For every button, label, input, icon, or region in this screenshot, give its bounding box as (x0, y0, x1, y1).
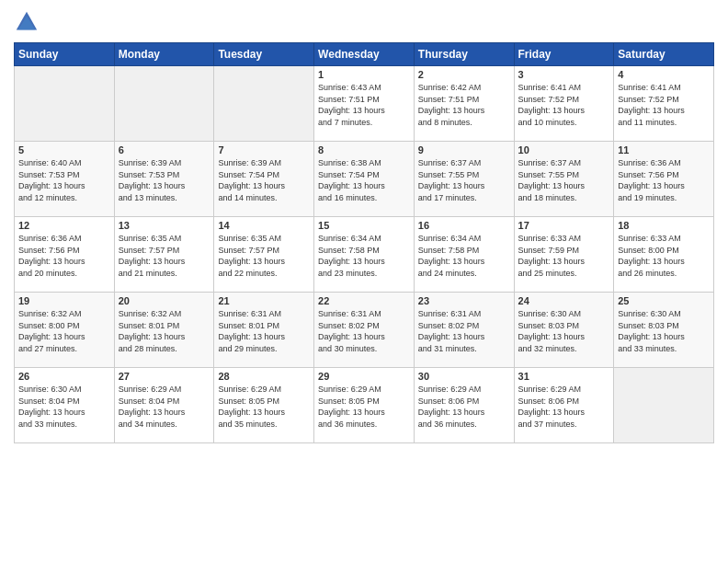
day-number: 25 (618, 295, 710, 306)
calendar-cell: 9Sunrise: 6:37 AM Sunset: 7:55 PM Daylig… (414, 142, 514, 217)
weekday-header-tuesday: Tuesday (214, 43, 314, 66)
day-number: 8 (318, 144, 410, 155)
calendar-cell: 16Sunrise: 6:34 AM Sunset: 7:58 PM Dayli… (414, 217, 514, 293)
week-row-4: 19Sunrise: 6:32 AM Sunset: 8:00 PM Dayli… (15, 293, 714, 368)
day-number: 31 (518, 371, 610, 382)
calendar-cell (114, 66, 214, 142)
day-number: 20 (119, 295, 210, 306)
cell-info: Sunrise: 6:37 AM Sunset: 7:55 PM Dayligh… (418, 157, 510, 203)
calendar-cell (614, 368, 714, 443)
cell-info: Sunrise: 6:33 AM Sunset: 7:59 PM Dayligh… (518, 233, 610, 279)
calendar-cell: 25Sunrise: 6:30 AM Sunset: 8:03 PM Dayli… (614, 293, 714, 368)
cell-info: Sunrise: 6:42 AM Sunset: 7:51 PM Dayligh… (418, 82, 510, 128)
day-number: 14 (218, 220, 310, 231)
calendar-cell: 7Sunrise: 6:39 AM Sunset: 7:54 PM Daylig… (214, 142, 314, 217)
calendar-cell: 15Sunrise: 6:34 AM Sunset: 7:58 PM Dayli… (314, 217, 415, 293)
calendar-cell: 1Sunrise: 6:43 AM Sunset: 7:51 PM Daylig… (314, 66, 415, 142)
cell-info: Sunrise: 6:33 AM Sunset: 8:00 PM Dayligh… (618, 233, 710, 279)
cell-info: Sunrise: 6:35 AM Sunset: 7:57 PM Dayligh… (218, 233, 310, 279)
calendar-cell: 18Sunrise: 6:33 AM Sunset: 8:00 PM Dayli… (614, 217, 714, 293)
cell-info: Sunrise: 6:37 AM Sunset: 7:55 PM Dayligh… (518, 157, 610, 203)
calendar-cell: 4Sunrise: 6:41 AM Sunset: 7:52 PM Daylig… (614, 66, 714, 142)
day-number: 23 (418, 295, 510, 306)
calendar-cell (15, 66, 115, 142)
calendar-cell: 8Sunrise: 6:38 AM Sunset: 7:54 PM Daylig… (314, 142, 415, 217)
calendar-table: SundayMondayTuesdayWednesdayThursdayFrid… (14, 42, 714, 443)
day-number: 24 (518, 295, 610, 306)
day-number: 11 (618, 144, 710, 155)
calendar-cell: 19Sunrise: 6:32 AM Sunset: 8:00 PM Dayli… (15, 293, 115, 368)
cell-info: Sunrise: 6:36 AM Sunset: 7:56 PM Dayligh… (618, 157, 710, 203)
logo-icon (14, 9, 40, 35)
calendar-cell: 6Sunrise: 6:39 AM Sunset: 7:53 PM Daylig… (114, 142, 214, 217)
cell-info: Sunrise: 6:40 AM Sunset: 7:53 PM Dayligh… (18, 157, 110, 203)
calendar-cell: 22Sunrise: 6:31 AM Sunset: 8:02 PM Dayli… (314, 293, 415, 368)
week-row-2: 5Sunrise: 6:40 AM Sunset: 7:53 PM Daylig… (15, 142, 714, 217)
calendar-cell: 3Sunrise: 6:41 AM Sunset: 7:52 PM Daylig… (514, 66, 614, 142)
calendar-cell: 2Sunrise: 6:42 AM Sunset: 7:51 PM Daylig… (414, 66, 514, 142)
day-number: 15 (318, 220, 410, 231)
week-row-5: 26Sunrise: 6:30 AM Sunset: 8:04 PM Dayli… (15, 368, 714, 443)
weekday-header-saturday: Saturday (614, 43, 714, 66)
weekday-header-sunday: Sunday (15, 43, 115, 66)
day-number: 10 (518, 144, 610, 155)
day-number: 9 (418, 144, 510, 155)
cell-info: Sunrise: 6:36 AM Sunset: 7:56 PM Dayligh… (18, 233, 110, 279)
day-number: 6 (119, 144, 210, 155)
day-number: 26 (18, 371, 110, 382)
day-number: 3 (518, 69, 610, 80)
cell-info: Sunrise: 6:39 AM Sunset: 7:54 PM Dayligh… (218, 157, 310, 203)
weekday-header-row: SundayMondayTuesdayWednesdayThursdayFrid… (15, 43, 714, 66)
calendar-cell: 31Sunrise: 6:29 AM Sunset: 8:06 PM Dayli… (514, 368, 614, 443)
calendar-cell: 21Sunrise: 6:31 AM Sunset: 8:01 PM Dayli… (214, 293, 314, 368)
calendar-cell: 13Sunrise: 6:35 AM Sunset: 7:57 PM Dayli… (114, 217, 214, 293)
day-number: 28 (218, 371, 310, 382)
logo (14, 9, 43, 35)
calendar-cell: 14Sunrise: 6:35 AM Sunset: 7:57 PM Dayli… (214, 217, 314, 293)
calendar-cell (214, 66, 314, 142)
cell-info: Sunrise: 6:34 AM Sunset: 7:58 PM Dayligh… (318, 233, 410, 279)
day-number: 27 (119, 371, 210, 382)
calendar-cell: 28Sunrise: 6:29 AM Sunset: 8:05 PM Dayli… (214, 368, 314, 443)
cell-info: Sunrise: 6:29 AM Sunset: 8:04 PM Dayligh… (119, 384, 210, 430)
calendar-cell: 24Sunrise: 6:30 AM Sunset: 8:03 PM Dayli… (514, 293, 614, 368)
day-number: 7 (218, 144, 310, 155)
day-number: 12 (18, 220, 110, 231)
week-row-1: 1Sunrise: 6:43 AM Sunset: 7:51 PM Daylig… (15, 66, 714, 142)
cell-info: Sunrise: 6:34 AM Sunset: 7:58 PM Dayligh… (418, 233, 510, 279)
calendar-cell: 26Sunrise: 6:30 AM Sunset: 8:04 PM Dayli… (15, 368, 115, 443)
cell-info: Sunrise: 6:32 AM Sunset: 8:01 PM Dayligh… (119, 308, 210, 354)
cell-info: Sunrise: 6:38 AM Sunset: 7:54 PM Dayligh… (318, 157, 410, 203)
calendar-cell: 17Sunrise: 6:33 AM Sunset: 7:59 PM Dayli… (514, 217, 614, 293)
day-number: 1 (318, 69, 410, 80)
cell-info: Sunrise: 6:30 AM Sunset: 8:03 PM Dayligh… (518, 308, 610, 354)
cell-info: Sunrise: 6:32 AM Sunset: 8:00 PM Dayligh… (18, 308, 110, 354)
calendar-cell: 30Sunrise: 6:29 AM Sunset: 8:06 PM Dayli… (414, 368, 514, 443)
cell-info: Sunrise: 6:29 AM Sunset: 8:05 PM Dayligh… (218, 384, 310, 430)
day-number: 30 (418, 371, 510, 382)
cell-info: Sunrise: 6:30 AM Sunset: 8:03 PM Dayligh… (618, 308, 710, 354)
cell-info: Sunrise: 6:29 AM Sunset: 8:05 PM Dayligh… (318, 384, 410, 430)
cell-info: Sunrise: 6:41 AM Sunset: 7:52 PM Dayligh… (618, 82, 710, 128)
cell-info: Sunrise: 6:43 AM Sunset: 7:51 PM Dayligh… (318, 82, 410, 128)
cell-info: Sunrise: 6:29 AM Sunset: 8:06 PM Dayligh… (518, 384, 610, 430)
calendar-cell: 23Sunrise: 6:31 AM Sunset: 8:02 PM Dayli… (414, 293, 514, 368)
calendar-cell: 12Sunrise: 6:36 AM Sunset: 7:56 PM Dayli… (15, 217, 115, 293)
calendar-cell: 5Sunrise: 6:40 AM Sunset: 7:53 PM Daylig… (15, 142, 115, 217)
day-number: 21 (218, 295, 310, 306)
day-number: 19 (18, 295, 110, 306)
weekday-header-wednesday: Wednesday (314, 43, 415, 66)
calendar-cell: 20Sunrise: 6:32 AM Sunset: 8:01 PM Dayli… (114, 293, 214, 368)
cell-info: Sunrise: 6:31 AM Sunset: 8:02 PM Dayligh… (318, 308, 410, 354)
cell-info: Sunrise: 6:29 AM Sunset: 8:06 PM Dayligh… (418, 384, 510, 430)
weekday-header-friday: Friday (514, 43, 614, 66)
header (14, 9, 714, 35)
calendar-cell: 11Sunrise: 6:36 AM Sunset: 7:56 PM Dayli… (614, 142, 714, 217)
day-number: 17 (518, 220, 610, 231)
day-number: 18 (618, 220, 710, 231)
cell-info: Sunrise: 6:31 AM Sunset: 8:02 PM Dayligh… (418, 308, 510, 354)
day-number: 2 (418, 69, 510, 80)
calendar-container: SundayMondayTuesdayWednesdayThursdayFrid… (0, 0, 728, 453)
cell-info: Sunrise: 6:35 AM Sunset: 7:57 PM Dayligh… (119, 233, 210, 279)
cell-info: Sunrise: 6:41 AM Sunset: 7:52 PM Dayligh… (518, 82, 610, 128)
